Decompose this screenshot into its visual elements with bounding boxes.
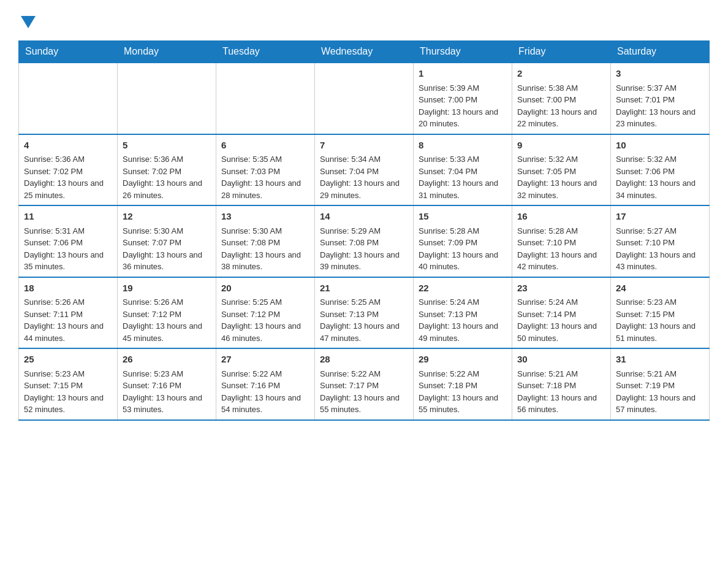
- calendar-cell: [315, 63, 414, 134]
- logo-triangle-icon: [21, 16, 36, 28]
- calendar-cell: 31Sunrise: 5:21 AM Sunset: 7:19 PM Dayli…: [611, 348, 710, 420]
- day-info: Sunrise: 5:26 AM Sunset: 7:12 PM Dayligh…: [123, 296, 211, 344]
- day-number: 11: [24, 210, 112, 224]
- day-number: 7: [320, 139, 408, 153]
- day-number: 8: [419, 139, 507, 153]
- page-header: [18, 12, 710, 28]
- day-number: 9: [517, 139, 605, 153]
- day-info: Sunrise: 5:37 AM Sunset: 7:01 PM Dayligh…: [616, 82, 704, 130]
- calendar-cell: 25Sunrise: 5:23 AM Sunset: 7:15 PM Dayli…: [19, 348, 118, 420]
- day-info: Sunrise: 5:34 AM Sunset: 7:04 PM Dayligh…: [320, 153, 408, 201]
- calendar-cell: 22Sunrise: 5:24 AM Sunset: 7:13 PM Dayli…: [414, 277, 512, 349]
- calendar-cell: 5Sunrise: 5:36 AM Sunset: 7:02 PM Daylig…: [118, 134, 216, 206]
- day-number: 10: [616, 139, 704, 153]
- calendar-cell: 14Sunrise: 5:29 AM Sunset: 7:08 PM Dayli…: [315, 205, 414, 277]
- day-info: Sunrise: 5:29 AM Sunset: 7:08 PM Dayligh…: [320, 225, 408, 273]
- day-info: Sunrise: 5:27 AM Sunset: 7:10 PM Dayligh…: [616, 225, 704, 273]
- weekday-header-thursday: Thursday: [414, 41, 512, 63]
- calendar-cell: 26Sunrise: 5:23 AM Sunset: 7:16 PM Dayli…: [118, 348, 216, 420]
- day-info: Sunrise: 5:22 AM Sunset: 7:18 PM Dayligh…: [419, 368, 507, 416]
- calendar-cell: 8Sunrise: 5:33 AM Sunset: 7:04 PM Daylig…: [414, 134, 512, 206]
- day-info: Sunrise: 5:35 AM Sunset: 7:03 PM Dayligh…: [221, 153, 309, 201]
- calendar-cell: 9Sunrise: 5:32 AM Sunset: 7:05 PM Daylig…: [512, 134, 611, 206]
- calendar-cell: 17Sunrise: 5:27 AM Sunset: 7:10 PM Dayli…: [611, 205, 710, 277]
- calendar-cell: 2Sunrise: 5:38 AM Sunset: 7:00 PM Daylig…: [512, 63, 611, 134]
- weekday-header-saturday: Saturday: [611, 41, 710, 63]
- day-info: Sunrise: 5:21 AM Sunset: 7:18 PM Dayligh…: [517, 368, 605, 416]
- weekday-header-sunday: Sunday: [19, 41, 118, 63]
- day-info: Sunrise: 5:30 AM Sunset: 7:08 PM Dayligh…: [221, 225, 309, 273]
- day-info: Sunrise: 5:22 AM Sunset: 7:16 PM Dayligh…: [221, 368, 309, 416]
- day-number: 19: [123, 282, 211, 296]
- day-info: Sunrise: 5:36 AM Sunset: 7:02 PM Dayligh…: [123, 153, 211, 201]
- day-info: Sunrise: 5:28 AM Sunset: 7:10 PM Dayligh…: [517, 225, 605, 273]
- day-info: Sunrise: 5:36 AM Sunset: 7:02 PM Dayligh…: [24, 153, 112, 201]
- calendar-cell: 19Sunrise: 5:26 AM Sunset: 7:12 PM Dayli…: [118, 277, 216, 349]
- day-number: 13: [221, 210, 309, 224]
- day-number: 16: [517, 210, 605, 224]
- day-number: 31: [616, 353, 704, 367]
- calendar-cell: 4Sunrise: 5:36 AM Sunset: 7:02 PM Daylig…: [19, 134, 118, 206]
- day-info: Sunrise: 5:23 AM Sunset: 7:16 PM Dayligh…: [123, 368, 211, 416]
- day-number: 29: [419, 353, 507, 367]
- day-info: Sunrise: 5:23 AM Sunset: 7:15 PM Dayligh…: [616, 296, 704, 344]
- weekday-header-monday: Monday: [118, 41, 216, 63]
- calendar-cell: 18Sunrise: 5:26 AM Sunset: 7:11 PM Dayli…: [19, 277, 118, 349]
- day-info: Sunrise: 5:28 AM Sunset: 7:09 PM Dayligh…: [419, 225, 507, 273]
- calendar-cell: 16Sunrise: 5:28 AM Sunset: 7:10 PM Dayli…: [512, 205, 611, 277]
- calendar-table: SundayMondayTuesdayWednesdayThursdayFrid…: [18, 40, 710, 421]
- day-info: Sunrise: 5:32 AM Sunset: 7:05 PM Dayligh…: [517, 153, 605, 201]
- day-number: 23: [517, 282, 605, 296]
- calendar-cell: 20Sunrise: 5:25 AM Sunset: 7:12 PM Dayli…: [216, 277, 315, 349]
- calendar-cell: 1Sunrise: 5:39 AM Sunset: 7:00 PM Daylig…: [414, 63, 512, 134]
- calendar-cell: [19, 63, 118, 134]
- day-info: Sunrise: 5:22 AM Sunset: 7:17 PM Dayligh…: [320, 368, 408, 416]
- day-number: 14: [320, 210, 408, 224]
- day-info: Sunrise: 5:21 AM Sunset: 7:19 PM Dayligh…: [616, 368, 704, 416]
- day-number: 30: [517, 353, 605, 367]
- day-info: Sunrise: 5:38 AM Sunset: 7:00 PM Dayligh…: [517, 82, 605, 130]
- calendar-cell: 21Sunrise: 5:25 AM Sunset: 7:13 PM Dayli…: [315, 277, 414, 349]
- day-number: 2: [517, 67, 605, 81]
- calendar-week-row: 1Sunrise: 5:39 AM Sunset: 7:00 PM Daylig…: [19, 63, 710, 134]
- day-number: 5: [123, 139, 211, 153]
- day-number: 17: [616, 210, 704, 224]
- calendar-week-row: 25Sunrise: 5:23 AM Sunset: 7:15 PM Dayli…: [19, 348, 710, 420]
- day-number: 18: [24, 282, 112, 296]
- day-info: Sunrise: 5:30 AM Sunset: 7:07 PM Dayligh…: [123, 225, 211, 273]
- logo: [18, 12, 36, 28]
- day-info: Sunrise: 5:24 AM Sunset: 7:13 PM Dayligh…: [419, 296, 507, 344]
- day-number: 28: [320, 353, 408, 367]
- day-info: Sunrise: 5:25 AM Sunset: 7:13 PM Dayligh…: [320, 296, 408, 344]
- calendar-cell: 10Sunrise: 5:32 AM Sunset: 7:06 PM Dayli…: [611, 134, 710, 206]
- calendar-cell: [118, 63, 216, 134]
- day-info: Sunrise: 5:25 AM Sunset: 7:12 PM Dayligh…: [221, 296, 309, 344]
- calendar-cell: 15Sunrise: 5:28 AM Sunset: 7:09 PM Dayli…: [414, 205, 512, 277]
- day-number: 26: [123, 353, 211, 367]
- day-info: Sunrise: 5:31 AM Sunset: 7:06 PM Dayligh…: [24, 225, 112, 273]
- calendar-week-row: 18Sunrise: 5:26 AM Sunset: 7:11 PM Dayli…: [19, 277, 710, 349]
- calendar-cell: 3Sunrise: 5:37 AM Sunset: 7:01 PM Daylig…: [611, 63, 710, 134]
- day-number: 12: [123, 210, 211, 224]
- day-info: Sunrise: 5:33 AM Sunset: 7:04 PM Dayligh…: [419, 153, 507, 201]
- calendar-cell: 11Sunrise: 5:31 AM Sunset: 7:06 PM Dayli…: [19, 205, 118, 277]
- calendar-cell: 29Sunrise: 5:22 AM Sunset: 7:18 PM Dayli…: [414, 348, 512, 420]
- calendar-cell: 28Sunrise: 5:22 AM Sunset: 7:17 PM Dayli…: [315, 348, 414, 420]
- day-number: 3: [616, 67, 704, 81]
- day-number: 20: [221, 282, 309, 296]
- weekday-header-row: SundayMondayTuesdayWednesdayThursdayFrid…: [19, 41, 710, 63]
- weekday-header-friday: Friday: [512, 41, 611, 63]
- day-number: 22: [419, 282, 507, 296]
- calendar-cell: 12Sunrise: 5:30 AM Sunset: 7:07 PM Dayli…: [118, 205, 216, 277]
- calendar-cell: 24Sunrise: 5:23 AM Sunset: 7:15 PM Dayli…: [611, 277, 710, 349]
- day-info: Sunrise: 5:23 AM Sunset: 7:15 PM Dayligh…: [24, 368, 112, 416]
- day-number: 21: [320, 282, 408, 296]
- weekday-header-wednesday: Wednesday: [315, 41, 414, 63]
- day-number: 6: [221, 139, 309, 153]
- day-number: 24: [616, 282, 704, 296]
- calendar-cell: [216, 63, 315, 134]
- day-info: Sunrise: 5:32 AM Sunset: 7:06 PM Dayligh…: [616, 153, 704, 201]
- day-number: 25: [24, 353, 112, 367]
- calendar-cell: 6Sunrise: 5:35 AM Sunset: 7:03 PM Daylig…: [216, 134, 315, 206]
- calendar-cell: 23Sunrise: 5:24 AM Sunset: 7:14 PM Dayli…: [512, 277, 611, 349]
